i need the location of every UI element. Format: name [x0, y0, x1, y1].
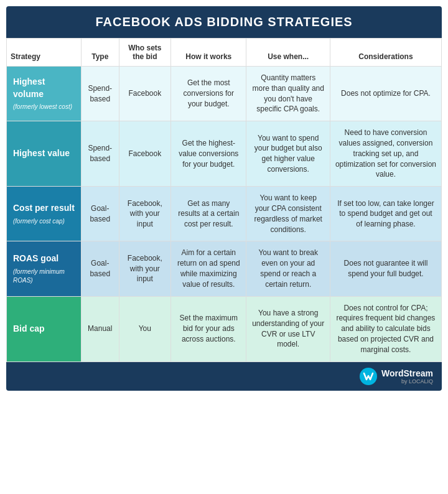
use-when-cell: You want to keep your CPA consistent reg… [246, 187, 330, 241]
who-sets-cell: Facebook, with your input [119, 187, 171, 241]
type-cell: Goal-based [82, 187, 119, 241]
main-container: FACEBOOK ADS BIDDING STRATEGIES Strategy… [0, 0, 448, 397]
col-header-strategy: Strategy [7, 39, 82, 67]
table-row: Highest valueSpend-basedFacebookGet the … [7, 121, 442, 187]
how-it-works-cell: Aim for a certain return on ad spend whi… [171, 241, 246, 296]
how-it-works-cell: Get the highest-value conversions for yo… [171, 121, 246, 187]
col-header-considerations: Considerations [330, 39, 441, 67]
strategy-cell-highest-volume: Highest volume(formerly lowest cost) [7, 67, 82, 121]
table-row: ROAS goal(formerly minimum ROAS)Goal-bas… [7, 241, 442, 296]
considerations-cell: Does not optimize for CPA. [330, 67, 441, 121]
table-row: Highest volume(formerly lowest cost)Spen… [7, 67, 442, 121]
page-title: FACEBOOK ADS BIDDING STRATEGIES [6, 6, 442, 38]
use-when-cell: You want to spend your budget but also g… [246, 121, 330, 187]
use-when-cell: You have a strong understanding of your … [246, 296, 330, 361]
wordstream-brand: WordStream by LOCALIQ [381, 368, 433, 384]
who-sets-cell: Facebook [119, 67, 171, 121]
type-cell: Spend-based [82, 121, 119, 187]
use-when-cell: Quantity matters more than quality and y… [246, 67, 330, 121]
use-when-cell: You want to break even on your ad spend … [246, 241, 330, 296]
considerations-cell: Need to have conversion values assigned,… [330, 121, 441, 187]
strategies-table: StrategyTypeWho setsthe bidHow it worksU… [6, 38, 442, 362]
col-header-type: Type [82, 39, 119, 67]
considerations-cell: If set too low, can take longer to spend… [330, 187, 441, 241]
strategy-cell-bid-cap: Bid cap [7, 296, 82, 361]
type-cell: Manual [82, 296, 119, 361]
type-cell: Spend-based [82, 67, 119, 121]
who-sets-cell: Facebook [119, 121, 171, 187]
who-sets-cell: Facebook, with your input [119, 241, 171, 296]
strategy-cell-roas-goal: ROAS goal(formerly minimum ROAS) [7, 241, 82, 296]
how-it-works-cell: Get the most conversions for your budget… [171, 67, 246, 121]
considerations-cell: Does not guarantee it will spend your fu… [330, 241, 441, 296]
how-it-works-cell: Set the maximum bid for your ads across … [171, 296, 246, 361]
who-sets-cell: You [119, 296, 171, 361]
table-row: Bid capManualYouSet the maximum bid for … [7, 296, 442, 361]
type-cell: Goal-based [82, 241, 119, 296]
col-header-who-sets-the-bid: Who setsthe bid [119, 39, 171, 67]
wordstream-logo-icon [359, 367, 378, 386]
considerations-cell: Does not control for CPA; requires frequ… [330, 296, 441, 361]
footer-bar: WordStream by LOCALIQ [6, 362, 442, 391]
col-header-how-it-works: How it works [171, 39, 246, 67]
strategy-cell-highest-value: Highest value [7, 121, 82, 187]
how-it-works-cell: Get as many results at a certain cost pe… [171, 187, 246, 241]
col-header-use-when...: Use when... [246, 39, 330, 67]
table-row: Cost per result(formerly cost cap)Goal-b… [7, 187, 442, 241]
strategy-cell-cost-per-result: Cost per result(formerly cost cap) [7, 187, 82, 241]
